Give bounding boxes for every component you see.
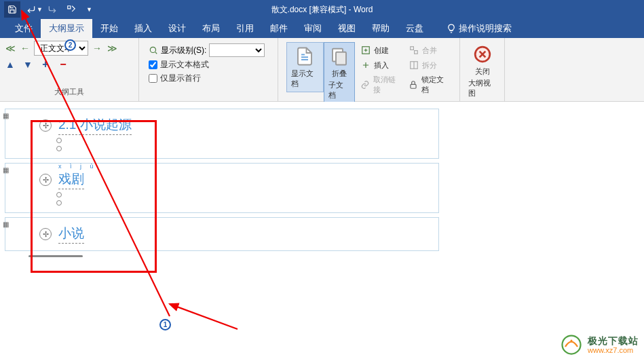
save-button[interactable] — [4, 1, 20, 18]
svg-rect-14 — [411, 84, 416, 88]
bullet-marker-icon — [56, 146, 62, 151]
outline-heading-row[interactable]: ✢ 小说 — [39, 223, 433, 245]
promote-button[interactable]: ← — [19, 42, 31, 54]
tab-insert[interactable]: 插入 — [126, 19, 160, 38]
customize-qat-button[interactable] — [63, 1, 79, 18]
show-document-label: 显示文档 — [291, 69, 319, 89]
heading-text[interactable]: x ì j ù 戏剧 — [58, 170, 84, 189]
tab-file[interactable]: 文件 — [7, 19, 41, 38]
collapse-subdoc-button[interactable]: 折叠 子文档 — [324, 42, 355, 104]
insert-icon — [360, 60, 371, 71]
close-outline-label1: 关闭 — [475, 66, 490, 77]
collapse-button[interactable]: − — [57, 58, 69, 71]
collapse-subdoc-label2: 子文档 — [328, 80, 350, 100]
subdoc-handle-icon[interactable]: ▦ — [3, 112, 9, 119]
split-subdoc-button[interactable]: 拆分 — [406, 58, 451, 72]
expand-marker-icon[interactable]: ✢ — [39, 119, 52, 132]
merge-icon — [409, 45, 419, 56]
svg-line-1 — [155, 52, 157, 54]
collapse-subdoc-icon — [328, 45, 350, 67]
outline-body-row[interactable] — [39, 145, 433, 153]
heading-text[interactable]: 小说 — [58, 225, 84, 244]
lock-icon — [409, 79, 419, 90]
tell-me-search[interactable]: 操作说明搜索 — [438, 19, 520, 38]
show-level-select[interactable] — [209, 43, 265, 57]
tab-cloud[interactable]: 云盘 — [398, 19, 432, 38]
outline-tools-group-label: 大纲工具 — [4, 87, 134, 98]
lock-doc-label: 锁定文档 — [421, 75, 449, 95]
svg-point-23 — [571, 340, 573, 342]
expand-marker-icon[interactable]: ✢ — [39, 174, 52, 186]
demote-button[interactable]: → — [91, 42, 103, 54]
watermark-brand: 极光下载站 — [588, 335, 639, 346]
subdoc-handle-icon[interactable]: ▦ — [3, 166, 9, 174]
unlink-icon — [360, 79, 371, 90]
expand-marker-icon[interactable]: ✢ — [39, 228, 52, 240]
subdoc-block: ▦ ✢ x ì j ù 戏剧 — [5, 163, 439, 213]
outline-body-row[interactable] — [39, 136, 433, 145]
show-document-button[interactable]: 显示文档 — [286, 42, 324, 92]
tab-outline[interactable]: 大纲显示 — [41, 19, 92, 38]
show-level-icon — [149, 45, 158, 55]
bullet-marker-icon — [56, 138, 62, 143]
promote-to-heading1-button[interactable]: ≪ — [4, 42, 16, 54]
show-text-format-label: 显示文本格式 — [160, 59, 209, 71]
show-text-format-checkbox[interactable]: 显示文本格式 — [149, 59, 268, 71]
outline-level-select[interactable]: 正文文本 — [34, 41, 88, 56]
outline-body-row[interactable] — [39, 199, 433, 207]
unlink-subdoc-button[interactable]: 取消链接 — [358, 73, 403, 96]
tab-layout[interactable]: 布局 — [194, 19, 228, 38]
tab-outline-label: 大纲显示 — [49, 22, 84, 35]
insert-subdoc-button[interactable]: 插入 — [358, 58, 403, 72]
qat-more-dropdown[interactable]: ▼ — [86, 6, 92, 13]
move-up-button[interactable]: ▲ — [4, 58, 16, 71]
collapse-subdoc-label1: 折叠 — [332, 69, 347, 79]
lightbulb-icon — [447, 24, 456, 33]
lock-doc-button[interactable]: 锁定文档 — [406, 73, 451, 96]
merge-label: 合并 — [422, 45, 437, 56]
tab-view[interactable]: 视图 — [330, 19, 364, 38]
bullet-marker-icon — [56, 200, 62, 206]
menu-bar: 文件 大纲显示 开始 插入 设计 布局 引用 邮件 审阅 视图 帮助 云盘 操作… — [0, 19, 644, 38]
show-text-format-input[interactable] — [149, 60, 157, 69]
create-icon — [360, 45, 371, 56]
outline-heading-row[interactable]: ✢ x ì j ù 戏剧 — [39, 169, 433, 191]
tab-help[interactable]: 帮助 — [364, 19, 398, 38]
merge-subdoc-button[interactable]: 合并 — [406, 43, 451, 57]
show-first-line-checkbox[interactable]: 仅显示首行 — [149, 73, 268, 84]
expand-button[interactable]: + — [39, 58, 52, 71]
outline-body-row[interactable] — [39, 191, 433, 199]
move-down-button[interactable]: ▼ — [22, 58, 34, 71]
close-outline-view-button[interactable]: 关闭 大纲视图 — [464, 41, 500, 101]
tab-home[interactable]: 开始 — [92, 19, 126, 38]
close-icon — [472, 43, 493, 65]
heading-text-main: 戏剧 — [58, 172, 84, 186]
redo-button[interactable] — [44, 1, 60, 18]
undo-dropdown[interactable]: ▼ — [37, 6, 43, 13]
tab-mailings[interactable]: 邮件 — [262, 19, 296, 38]
outline-heading-row[interactable]: ✢ 2.1 小说起源 — [39, 115, 433, 136]
bullet-marker-icon — [56, 192, 62, 197]
show-first-line-input[interactable] — [149, 74, 157, 83]
annotation-badge-2: 2 — [64, 39, 76, 51]
tab-design[interactable]: 设计 — [160, 19, 194, 38]
show-level-label: 显示级别(S): — [161, 45, 206, 56]
ribbon: ≪ ← 正文文本 → ≫ ▲ ▼ + − 大纲工具 显示级别(S): — [0, 38, 644, 102]
subdoc-handle-icon[interactable]: ▦ — [3, 221, 9, 228]
tell-me-label: 操作说明搜索 — [459, 22, 512, 35]
window-title: 散文.docx [兼容模式] - Word — [271, 4, 373, 16]
heading-text[interactable]: 2.1 小说起源 — [58, 116, 132, 135]
demote-to-body-button[interactable]: ≫ — [106, 42, 118, 54]
svg-rect-11 — [415, 51, 418, 54]
tab-review[interactable]: 审阅 — [296, 19, 330, 38]
create-subdoc-button[interactable]: 创建 — [358, 43, 403, 57]
svg-point-0 — [150, 47, 155, 52]
svg-rect-10 — [411, 47, 414, 50]
show-first-line-label: 仅显示首行 — [160, 73, 201, 84]
subdoc-block: ▦ ✢ 小说 — [5, 217, 439, 251]
ruby-annotation: x ì j ù — [58, 163, 97, 170]
title-bar: ▼ ▼ 散文.docx [兼容模式] - Word — [0, 0, 644, 19]
tab-references[interactable]: 引用 — [228, 19, 262, 38]
subdoc-block: ▦ ✢ 2.1 小说起源 — [5, 109, 439, 159]
split-label: 拆分 — [422, 60, 437, 71]
